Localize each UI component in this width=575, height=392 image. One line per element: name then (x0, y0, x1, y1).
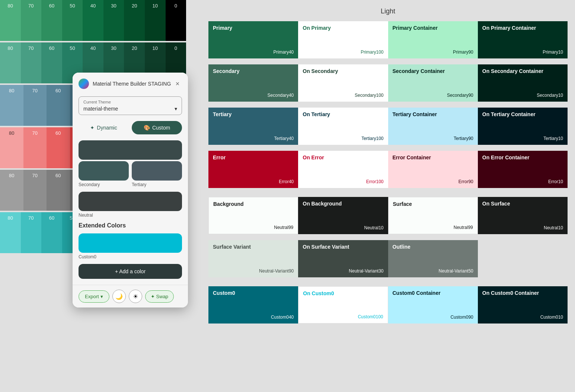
swatch-cell: 60 (47, 85, 70, 126)
color-card-on-tertiary: On Tertiary Tertiary100 (298, 108, 388, 145)
secondary-swatch[interactable] (79, 161, 129, 181)
swatch-cell: 40 (83, 0, 103, 41)
color-swatches-labels: Secondary Tertiary (79, 182, 182, 187)
palette-title: Light (208, 7, 568, 15)
swatch-cell: 70 (23, 170, 47, 211)
dialog-logo (79, 79, 89, 89)
color-card-empty (478, 240, 568, 277)
custom0-swatch[interactable] (79, 233, 182, 253)
theme-select-value: material-theme ▾ (83, 106, 177, 112)
color-grid-error: Error Error40 On Error Error100 Error Co… (208, 151, 568, 188)
swatch-cell: 70 (23, 85, 47, 126)
color-grid-background: Background Neutral99 On Background Neutr… (208, 197, 568, 234)
swatch-cell: 60 (41, 0, 62, 41)
swap-button[interactable]: ✦ Swap (145, 290, 174, 303)
color-grid-primary: Primary Primary40 On Primary Primary100 … (208, 21, 568, 58)
palette-area: Light Primary Primary40 On Primary Prima… (201, 0, 575, 392)
swatch-cell: 80 (0, 127, 23, 168)
swatch-cell: 80 (0, 0, 21, 41)
color-card-on-background: On Background Neutral10 (298, 197, 388, 234)
tab-dynamic[interactable]: ✦ Dynamic (79, 121, 129, 134)
swatch-cell: 80 (0, 42, 21, 83)
theme-select-wrapper[interactable]: Current Theme material-theme ▾ (79, 96, 182, 115)
swatch-row-green: 80 70 60 50 40 30 20 10 0 (0, 0, 186, 41)
swatch-cell: 70 (21, 0, 42, 41)
light-mode-button[interactable]: ☀ (129, 290, 142, 303)
swatch-cell: 80 (0, 212, 21, 253)
dark-mode-button[interactable]: 🌙 (112, 290, 126, 303)
add-color-button[interactable]: + Add a color (79, 264, 182, 279)
color-swatches-row (79, 161, 182, 181)
color-card-on-custom0: On Custom0 Custom0100 (298, 286, 388, 324)
color-card-error: Error Error40 (208, 151, 298, 188)
color-card-tertiary: Tertiary Tertiary40 (208, 108, 298, 145)
color-card-tertiary-container: Tertiary Container Tertiary90 (388, 108, 478, 145)
color-card-on-tertiary-container: On Tertiary Container Tertiary10 (478, 108, 568, 145)
swatch-cell: 70 (23, 127, 47, 168)
close-button[interactable]: × (173, 79, 182, 88)
swatch-cell: 20 (124, 0, 145, 41)
color-card-on-surface: On Surface Neutral10 (478, 197, 568, 234)
color-card-secondary-container: Secondary Container Secondary90 (388, 64, 478, 102)
color-card-custom0-container: Custom0 Container Custom090 (388, 286, 478, 324)
swatch-cell: 60 (47, 127, 70, 168)
export-button[interactable]: Export ▾ (79, 290, 109, 303)
dialog-footer: Export ▾ 🌙 ☀ ✦ Swap (73, 285, 188, 307)
neutral-label: Neutral (79, 213, 182, 218)
color-card-on-custom0-container: On Custom0 Container Custom010 (478, 286, 568, 324)
swatch-cell: 30 (103, 0, 124, 41)
neutral-swatch-item: Neutral (79, 192, 182, 218)
color-card-on-secondary-container: On Secondary Container Secondary10 (478, 64, 568, 102)
color-card-primary-container: Primary Container Primary90 (388, 21, 478, 58)
custom0-label: Custom0 (79, 254, 182, 259)
color-card-secondary: Secondary Secondary40 (208, 64, 298, 102)
color-card-on-surface-variant: On Surface Variant Neutral-Variant30 (298, 240, 388, 277)
dialog-body: Current Theme material-theme ▾ ✦ Dynamic… (73, 93, 188, 285)
color-card-surface-variant: Surface Variant Neutral-Variant90 (208, 240, 298, 277)
color-card-outline: Outline Neutral-Variant50 (388, 240, 478, 277)
theme-select-label: Current Theme (83, 100, 177, 104)
swatch-cell: 80 (0, 170, 23, 211)
color-card-surface: Surface Neutral99 (388, 197, 478, 234)
color-card-custom0: Custom0 Custom040 (208, 286, 298, 324)
swatch-cell: 50 (62, 0, 83, 41)
swatch-cell: 70 (21, 42, 42, 83)
dialog-header: Material Theme Builder STAGING × (73, 73, 188, 93)
swatch-cell: 60 (41, 212, 62, 253)
tab-custom[interactable]: 🎨 Custom (132, 121, 182, 134)
primary-swatch-preview[interactable] (79, 140, 182, 160)
theme-builder-dialog: Material Theme Builder STAGING × Current… (73, 73, 188, 307)
color-card-error-container: Error Container Error90 (388, 151, 478, 188)
color-card-primary: Primary Primary40 (208, 21, 298, 58)
color-card-on-error: On Error Error100 (298, 151, 388, 188)
color-card-on-primary: On Primary Primary100 (298, 21, 388, 58)
custom0-swatch-item: Custom0 (79, 233, 182, 259)
color-grid-surface-variant: Surface Variant Neutral-Variant90 On Sur… (208, 240, 568, 277)
swatch-cell: 70 (21, 212, 42, 253)
tab-row: ✦ Dynamic 🎨 Custom (79, 121, 182, 134)
tertiary-swatch[interactable] (132, 161, 182, 181)
color-card-on-secondary: On Secondary Secondary100 (298, 64, 388, 102)
color-card-background: Background Neutral99 (208, 197, 298, 234)
swatch-cell: 60 (47, 170, 70, 211)
color-card-on-primary-container: On Primary Container Primary10 (478, 21, 568, 58)
extended-colors-title: Extended Colors (79, 222, 182, 229)
color-grid-custom0: Custom0 Custom040 On Custom0 Custom0100 … (208, 286, 568, 324)
dialog-title: Material Theme Builder STAGING (93, 81, 173, 87)
neutral-swatch[interactable] (79, 192, 182, 211)
color-card-on-error-container: On Error Container Error10 (478, 151, 568, 188)
swatch-cell: 60 (41, 42, 62, 83)
swatch-cell: 80 (0, 85, 23, 126)
color-grid-tertiary: Tertiary Tertiary40 On Tertiary Tertiary… (208, 108, 568, 145)
swatch-cell: 10 (145, 0, 166, 41)
swatch-cell: 0 (166, 0, 186, 41)
color-grid-secondary: Secondary Secondary40 On Secondary Secon… (208, 64, 568, 102)
